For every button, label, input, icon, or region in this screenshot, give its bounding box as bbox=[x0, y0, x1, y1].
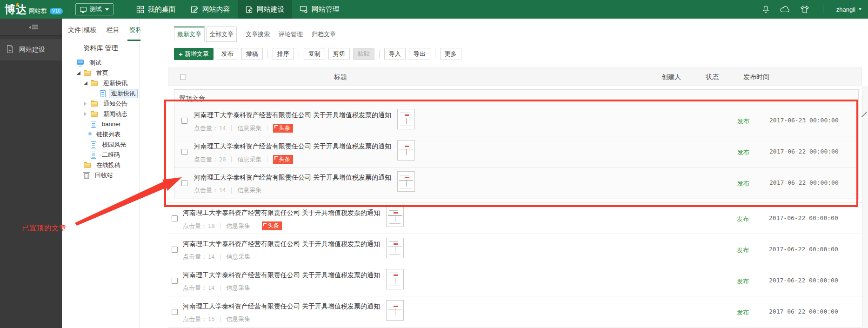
cut-button[interactable]: 剪切 bbox=[328, 48, 350, 60]
article-checkbox[interactable] bbox=[172, 215, 178, 221]
article-checkbox[interactable] bbox=[181, 149, 187, 155]
menu-item-site-build[interactable]: 网站建设 bbox=[238, 0, 292, 19]
panel-tab-files-templates[interactable]: 文件|模板 bbox=[68, 19, 97, 41]
clicks-label: 点击量： bbox=[183, 284, 207, 292]
tree-node[interactable]: 在线投稿 bbox=[62, 160, 140, 170]
folder-icon bbox=[91, 81, 98, 86]
menu-item-site-manage[interactable]: 网站管理 bbox=[292, 0, 347, 19]
sort-button[interactable]: 排序 bbox=[273, 48, 294, 60]
tree-node[interactable]: 测试 bbox=[62, 58, 140, 68]
panel-tabs: 文件|模板栏目资料库 bbox=[62, 19, 140, 41]
article-title[interactable]: 河南理工大学泰科资产经营有限责任公司 关于开具增值税发票的通知 bbox=[194, 142, 391, 150]
monitor-icon bbox=[80, 7, 87, 12]
article-checkbox[interactable] bbox=[172, 278, 178, 284]
tree-node-label: 迎新快讯 bbox=[101, 79, 130, 88]
status-label: 发布 bbox=[737, 148, 749, 157]
clicks-label: 点击量： bbox=[183, 315, 207, 323]
tree-expand-open-icon[interactable] bbox=[84, 81, 91, 86]
publish-time: 2017-06-22 00:00:00 bbox=[769, 277, 838, 284]
tree-node[interactable]: 迎新快讯 bbox=[62, 88, 140, 99]
tree-expand-open-icon[interactable] bbox=[77, 71, 84, 75]
copy-button[interactable]: 复制 bbox=[304, 48, 325, 60]
publish-time: 2017-06-22 00:00:00 bbox=[769, 214, 838, 221]
article-checkbox[interactable] bbox=[181, 180, 187, 186]
tab-all-articles[interactable]: 全部文章 bbox=[206, 27, 237, 42]
cloud-icon[interactable] bbox=[779, 5, 791, 13]
article-row-main: 河南理工大学泰科资产经营有限责任公司 关于开具增值税发票的通知点击量：14信息采… bbox=[183, 234, 862, 261]
meta-divider bbox=[220, 254, 220, 260]
tab-archived-articles[interactable]: 归档文章 bbox=[312, 27, 336, 42]
article-meta: 点击量：14信息采集 bbox=[183, 284, 862, 292]
status-label: 发布 bbox=[737, 277, 749, 286]
tree-node[interactable]: 回收站 bbox=[62, 170, 140, 181]
status-label: 发布 bbox=[737, 215, 749, 223]
clicks-label: 点击量： bbox=[194, 124, 218, 133]
tree-node[interactable]: 校园风光 bbox=[62, 140, 140, 150]
menu-item-label: 网站建设 bbox=[257, 5, 285, 14]
article-title[interactable]: 河南理工大学泰科资产经营有限责任公司 关于开具增值税发票的通知 bbox=[183, 302, 380, 310]
panel-tab-columns[interactable]: 栏目 bbox=[107, 19, 120, 41]
tree-node[interactable]: 迎新快讯 bbox=[62, 78, 140, 88]
tree-expand-closed-icon[interactable] bbox=[84, 112, 91, 116]
theme-shirt-icon[interactable] bbox=[800, 5, 810, 13]
export-button[interactable]: 导出 bbox=[409, 48, 430, 60]
button-label: 排序 bbox=[277, 48, 289, 60]
tree-expand-closed-icon[interactable] bbox=[84, 102, 91, 106]
source-label: 信息采集 bbox=[226, 315, 250, 323]
tab-latest-articles[interactable]: 最新文章 bbox=[174, 27, 205, 42]
button-label: 粘贴 bbox=[358, 48, 370, 60]
publish-button[interactable]: 发布 bbox=[217, 48, 238, 60]
paste-button: 粘贴 bbox=[353, 48, 374, 60]
article-title[interactable]: 河南理工大学泰科资产经营有限责任公司 关于开具增值税发票的通知 bbox=[183, 240, 380, 248]
article-checkbox[interactable] bbox=[172, 247, 178, 253]
tree-node[interactable]: 通知公告 bbox=[62, 99, 140, 109]
article-meta: 点击量：14信息采集 bbox=[183, 253, 862, 261]
site-manage-icon bbox=[300, 6, 308, 13]
tree-node[interactable]: 首页 bbox=[62, 68, 140, 78]
chevron-down-icon bbox=[859, 8, 861, 10]
select-all-checkbox[interactable] bbox=[180, 74, 186, 80]
status-label: 发布 bbox=[737, 246, 749, 254]
panel-title: 资料库 管理 bbox=[62, 41, 140, 57]
sidebar-item-site-build[interactable]: 网站建设 bbox=[0, 39, 62, 60]
article-title[interactable]: 河南理工大学泰科资产经营有限责任公司 关于开具增值税发票的通知 bbox=[194, 173, 391, 181]
tree-node[interactable]: 新闻动态 bbox=[62, 109, 140, 119]
article-title[interactable]: 河南理工大学泰科资产经营有限责任公司 关于开具增值税发票的通知 bbox=[183, 208, 380, 217]
article-title[interactable]: 河南理工大学泰科资产经营有限责任公司 关于开具增值税发票的通知 bbox=[194, 111, 391, 119]
tree-node[interactable]: 二维码 bbox=[62, 150, 140, 160]
article-row-main: 河南理工大学泰科资产经营有限责任公司 关于开具增值税发票的通知点击量：14信息采… bbox=[183, 265, 862, 292]
menu-item-site-content[interactable]: 网站内容 bbox=[183, 0, 238, 19]
headline-badge: 头条 bbox=[262, 221, 282, 230]
resource-tree-panel: 文件|模板栏目资料库 资料库 管理 测试首页迎新快讯迎新快讯通知公告新闻动态ba… bbox=[62, 19, 140, 328]
menu-item-label: 我的桌面 bbox=[148, 5, 176, 14]
tree-node-label: 测试 bbox=[87, 58, 104, 67]
new-article-button[interactable]: +新增文章 bbox=[174, 48, 214, 60]
tab-article-search[interactable]: 文章搜索 bbox=[246, 27, 270, 42]
tree-node[interactable]: 链接列表 bbox=[62, 129, 140, 140]
menu-item-my-desktop[interactable]: 我的桌面 bbox=[129, 0, 183, 19]
more-button[interactable]: 更多 bbox=[440, 48, 461, 60]
user-menu[interactable]: zhangli bbox=[836, 6, 861, 13]
import-button[interactable]: 导入 bbox=[384, 48, 406, 60]
article-thumbnail bbox=[386, 269, 404, 289]
doc-icon bbox=[91, 152, 96, 159]
logo-suffix: 网站群 bbox=[29, 7, 47, 15]
meta-divider bbox=[220, 223, 220, 229]
logo-text: 博达 bbox=[5, 0, 27, 19]
site-selector-dropdown[interactable]: 测试 bbox=[75, 3, 114, 15]
collapse-sidebar-icon[interactable] bbox=[29, 25, 38, 30]
tree-node[interactable]: banner bbox=[62, 119, 140, 129]
retract-button[interactable]: 撤稿 bbox=[241, 48, 263, 60]
status-label: 发布 bbox=[737, 308, 749, 317]
sidebar-item-label: 网站建设 bbox=[19, 46, 45, 54]
article-checkbox[interactable] bbox=[172, 309, 178, 315]
article-checkbox[interactable] bbox=[181, 118, 187, 124]
article-row-main: 河南理工大学泰科资产经营有限责任公司 关于开具增值税发票的通知点击量：14信息采… bbox=[194, 167, 858, 194]
clicks-label: 点击量： bbox=[194, 186, 218, 194]
button-label: 导入 bbox=[389, 48, 401, 60]
notification-bell-icon[interactable] bbox=[761, 5, 770, 14]
article-title[interactable]: 河南理工大学泰科资产经营有限责任公司 关于开具增值税发票的通知 bbox=[183, 271, 380, 279]
column-publish-time: 发布时间 bbox=[743, 73, 769, 81]
tab-comment-management[interactable]: 评论管理 bbox=[279, 27, 303, 42]
vertical-scrollbar[interactable] bbox=[862, 86, 868, 328]
